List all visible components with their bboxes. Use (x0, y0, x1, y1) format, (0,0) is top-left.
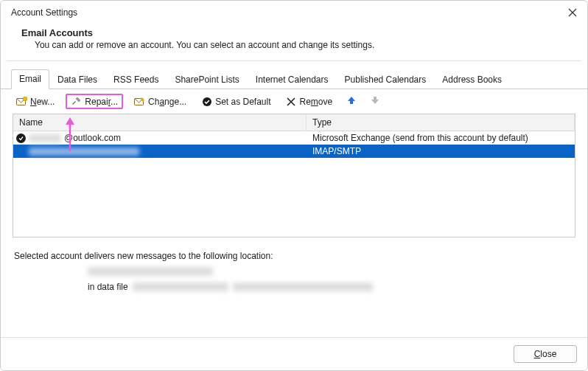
redacted-location (88, 267, 213, 276)
set-default-label: Set as Default (215, 97, 270, 107)
in-data-file-label: in data file (88, 282, 128, 292)
col-type[interactable]: Type (307, 114, 575, 131)
redacted-name (29, 148, 139, 156)
change-button[interactable]: Change... (130, 94, 190, 109)
arrow-up-icon (347, 96, 356, 107)
redacted-name (29, 134, 61, 142)
move-down-button[interactable] (367, 94, 383, 109)
tab-sharepoint-lists[interactable]: SharePoint Lists (167, 70, 247, 89)
footer: Close (1, 337, 587, 370)
repair-button[interactable]: Repair... (66, 94, 123, 109)
titlebar: Account Settings (1, 1, 587, 23)
new-button[interactable]: New... (13, 94, 58, 109)
arrow-down-icon (371, 96, 379, 107)
set-default-button[interactable]: Set as Default (197, 94, 274, 109)
column-headers: Name Type (13, 114, 575, 131)
check-circle-icon (201, 96, 212, 107)
tab-email[interactable]: Email (11, 69, 49, 89)
change-label: Change... (148, 97, 186, 107)
mail-new-icon (16, 96, 27, 107)
account-type: Microsoft Exchange (send from this accou… (307, 133, 575, 143)
remove-icon (286, 96, 297, 107)
tab-address-books[interactable]: Address Books (434, 70, 510, 89)
redacted-path (233, 282, 373, 291)
tab-rss-feeds[interactable]: RSS Feeds (105, 70, 167, 89)
tab-data-files[interactable]: Data Files (49, 70, 105, 89)
tab-published-calendars[interactable]: Published Calendars (337, 70, 435, 89)
remove-button[interactable]: Remove (282, 94, 337, 109)
delivery-intro: Selected account delivers new messages t… (14, 251, 574, 261)
remove-label: Remove (300, 97, 333, 107)
account-row[interactable]: @outlook.com Microsoft Exchange (send fr… (13, 131, 575, 145)
header-subtitle: You can add or remove an account. You ca… (21, 40, 565, 50)
new-label: New... (30, 97, 55, 107)
close-icon[interactable] (565, 5, 580, 20)
toolbar: New... Repair... Change... Set as Defaul… (1, 89, 587, 114)
redacted-path (133, 282, 228, 291)
change-icon (134, 96, 145, 107)
tab-internet-calendars[interactable]: Internet Calendars (248, 70, 337, 89)
account-row-selected[interactable]: IMAP/SMTP (13, 145, 575, 158)
delivery-info: Selected account delivers new messages t… (1, 237, 587, 292)
window-title: Account Settings (11, 7, 77, 18)
move-up-button[interactable] (343, 94, 360, 109)
close-button[interactable]: Close (514, 345, 577, 363)
tabstrip: Email Data Files RSS Feeds SharePoint Li… (1, 61, 587, 89)
account-type: IMAP/SMTP (307, 146, 575, 156)
default-check-icon (16, 134, 26, 143)
header: Email Accounts You can add or remove an … (1, 23, 587, 60)
col-name[interactable]: Name (13, 114, 307, 131)
tools-icon (71, 96, 82, 107)
accounts-list: Name Type @outlook.com Microsoft Exchang… (13, 114, 575, 237)
header-title: Email Accounts (21, 27, 565, 38)
svg-point-1 (23, 97, 27, 101)
repair-label: Repair... (85, 97, 118, 107)
account-name-suffix: @outlook.com (64, 133, 121, 143)
